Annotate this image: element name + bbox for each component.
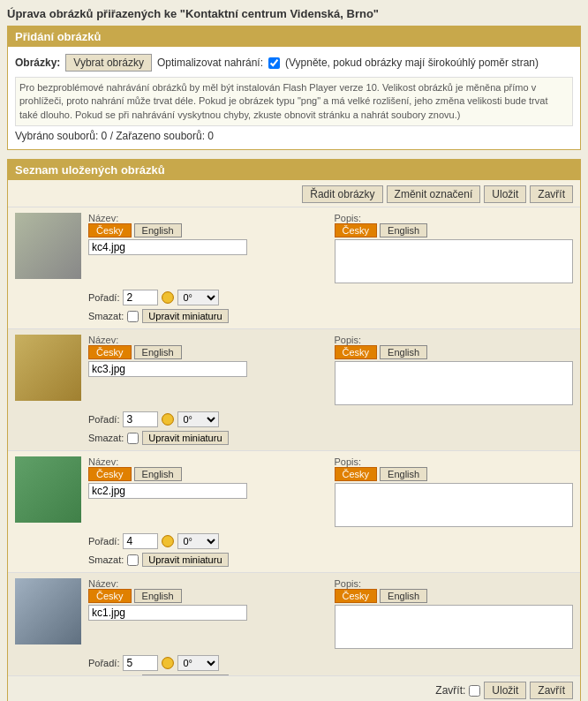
- name-field-4: Název: Česky English: [88, 578, 328, 652]
- order-input-2[interactable]: [123, 411, 158, 427]
- name-input-2[interactable]: [88, 361, 247, 377]
- name-english-btn-2[interactable]: English: [134, 345, 182, 359]
- rotate-select-2[interactable]: 0°90°180°270°: [177, 411, 219, 427]
- desc-english-btn-2[interactable]: English: [380, 345, 427, 359]
- order-label-2: Pořadí:: [88, 414, 119, 425]
- save-button-top[interactable]: Uložit: [484, 185, 526, 203]
- page-title: Úprava obrázků přiřazených ke "Kontaktní…: [7, 7, 581, 20]
- order-input-4[interactable]: [123, 655, 158, 671]
- name-cesky-btn-1[interactable]: Česky: [88, 223, 132, 237]
- desc-english-btn-4[interactable]: English: [380, 589, 427, 603]
- name-cesky-btn-4[interactable]: Česky: [88, 589, 132, 603]
- desc-lang-group-4: Česky English: [335, 589, 574, 603]
- sort-images-button[interactable]: Řadit obrázky: [302, 185, 382, 203]
- coin-icon-1: [162, 291, 174, 304]
- name-english-btn-3[interactable]: English: [134, 467, 182, 481]
- save-button-bottom[interactable]: Uložit: [484, 682, 526, 699]
- order-input-3[interactable]: [123, 533, 158, 549]
- close-button-top[interactable]: Zavřít: [530, 185, 573, 203]
- name-lang-group-4: Česky English: [88, 589, 328, 603]
- list-section: Seznam uložených obrázků Řadit obrázky Z…: [7, 159, 581, 701]
- desc-english-btn-1[interactable]: English: [380, 223, 427, 237]
- close-button-bottom[interactable]: Zavřít: [530, 682, 573, 699]
- desc-field-4: Popis: Česky English: [335, 578, 574, 652]
- name-lang-group-3: Česky English: [88, 467, 328, 481]
- name-input-4[interactable]: [88, 605, 247, 621]
- name-label-4: Název:: [88, 578, 328, 589]
- name-cesky-btn-2[interactable]: Česky: [88, 345, 132, 359]
- image-row: Název: Česky English Popis: Česky En: [8, 573, 580, 675]
- desc-cesky-btn-3[interactable]: Česky: [335, 467, 378, 481]
- desc-cesky-btn-4[interactable]: Česky: [335, 589, 378, 603]
- delete-row-3: Smazat: Upravit miniaturu: [88, 553, 573, 567]
- edit-thumbnail-btn-1[interactable]: Upravit miniaturu: [142, 309, 228, 323]
- image-details-2: Název: Česky English Popis: Česky En: [88, 335, 573, 445]
- rotate-select-4[interactable]: 0°90°180°270°: [177, 655, 219, 671]
- name-english-btn-4[interactable]: English: [134, 589, 182, 603]
- thumbnail-1: [15, 213, 81, 279]
- delete-checkbox-2[interactable]: [127, 433, 139, 444]
- list-section-header: Seznam uložených obrázků: [8, 160, 580, 180]
- optimize-label: Optimalizovat nahrání:: [157, 57, 263, 69]
- change-mark-button[interactable]: Změnit označení: [387, 185, 481, 203]
- desc-lang-group-3: Česky English: [335, 467, 574, 481]
- name-cesky-btn-3[interactable]: Česky: [88, 467, 132, 481]
- thumbnail-3: [15, 456, 81, 523]
- desc-field-1: Popis: Česky English: [335, 213, 574, 286]
- desc-field-3: Popis: Česky English: [335, 456, 574, 530]
- rotate-select-1[interactable]: 0°90°180°270°: [177, 290, 219, 305]
- edit-thumbnail-btn-4[interactable]: Upravit miniaturu: [142, 675, 228, 675]
- fields-row-2: Název: Česky English Popis: Česky En: [88, 335, 573, 408]
- select-images-button[interactable]: Vybrat obrázky: [65, 54, 152, 72]
- order-label-1: Pořadí:: [88, 292, 119, 303]
- name-lang-group-1: Česky English: [88, 223, 328, 237]
- image-row: Název: Česky English Popis: Česky En: [8, 451, 580, 573]
- desc-textarea-3[interactable]: [335, 483, 574, 527]
- desc-cesky-btn-2[interactable]: Česky: [335, 345, 378, 359]
- upload-section-body: Obrázky: Vybrat obrázky Optimalizovat na…: [8, 47, 580, 149]
- order-label-3: Pořadí:: [88, 536, 119, 546]
- image-details-1: Název: Česky English Popis: Česky En: [88, 213, 573, 323]
- desc-textarea-4[interactable]: [335, 605, 574, 649]
- name-input-1[interactable]: [88, 239, 247, 255]
- page-container: Úprava obrázků přiřazených ke "Kontaktní…: [0, 0, 588, 701]
- coin-icon-4: [162, 657, 174, 669]
- name-field-1: Název: Česky English: [88, 213, 328, 286]
- delete-label-3: Smazat:: [88, 554, 124, 565]
- thumbnail-4: [15, 578, 81, 644]
- desc-label-4: Popis:: [335, 578, 574, 589]
- coin-icon-3: [162, 535, 174, 547]
- rotate-select-3[interactable]: 0°90°180°270°: [177, 533, 219, 549]
- name-label-1: Název:: [88, 213, 328, 223]
- delete-checkbox-1[interactable]: [127, 311, 139, 322]
- optimize-checkbox[interactable]: [268, 57, 280, 69]
- desc-cesky-btn-1[interactable]: Česky: [335, 223, 378, 237]
- image-details-3: Název: Česky English Popis: Česky En: [88, 456, 573, 567]
- fields-row-1: Název: Česky English Popis: Česky En: [88, 213, 573, 286]
- images-list: Název: Česky English Popis: Česky En: [8, 207, 580, 675]
- desc-label-2: Popis:: [335, 335, 574, 345]
- edit-thumbnail-btn-3[interactable]: Upravit miniaturu: [142, 553, 228, 567]
- desc-label-1: Popis:: [335, 213, 574, 223]
- desc-english-btn-3[interactable]: English: [380, 467, 427, 481]
- optimize-note: (Vypněte, pokud obrázky mají širokoúhlý …: [285, 57, 539, 69]
- upload-info-text: Pro bezproblémové nahrávání obrázků by m…: [15, 77, 573, 126]
- list-toolbar: Řadit obrázky Změnit označení Uložit Zav…: [8, 180, 580, 207]
- fields-row-4: Název: Česky English Popis: Česky En: [88, 578, 573, 652]
- desc-textarea-2[interactable]: [335, 361, 574, 405]
- delete-label-1: Smazat:: [88, 311, 124, 321]
- delete-row-4: Smazat: Upravit miniaturu: [88, 675, 573, 675]
- order-input-1[interactable]: [123, 290, 158, 305]
- name-label-2: Název:: [88, 335, 328, 345]
- name-input-3[interactable]: [88, 483, 247, 499]
- close-bottom-checkbox[interactable]: [469, 685, 480, 697]
- delete-checkbox-3[interactable]: [127, 554, 139, 566]
- fields-row-3: Název: Česky English Popis: Česky En: [88, 456, 573, 530]
- order-row-1: Pořadí: 0°90°180°270°: [88, 290, 573, 305]
- image-row: Název: Česky English Popis: Česky En: [8, 329, 580, 451]
- desc-textarea-1[interactable]: [335, 239, 574, 283]
- bottom-bar: Zavřít: Uložit Zavřít: [8, 675, 580, 701]
- delete-row-2: Smazat: Upravit miniaturu: [88, 431, 573, 445]
- edit-thumbnail-btn-2[interactable]: Upravit miniaturu: [142, 431, 228, 445]
- name-english-btn-1[interactable]: English: [134, 223, 182, 237]
